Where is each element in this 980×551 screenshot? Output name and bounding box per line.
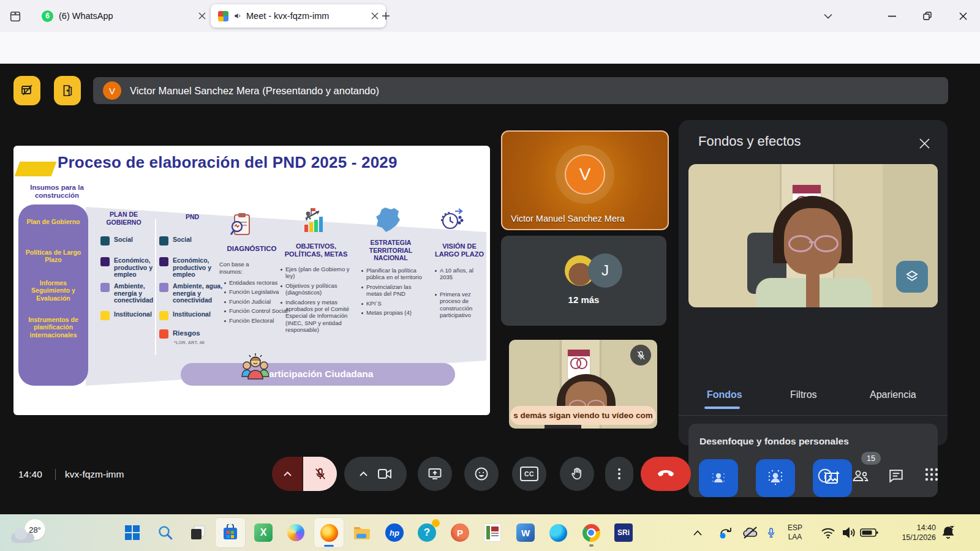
camera-options-button[interactable] xyxy=(360,471,368,476)
screen: 6 (6) WhatsApp Meet - kvx-fqzm-imm xyxy=(0,0,980,551)
mic-toggle-button[interactable] xyxy=(303,457,337,491)
list-all-tabs-icon[interactable] xyxy=(821,10,835,22)
close-panel-icon[interactable] xyxy=(917,136,932,151)
exit-annotation-button[interactable] xyxy=(54,76,81,105)
pnd-item: Ambiente, agua, energía y conectividad xyxy=(173,283,228,304)
microsoft-store-button[interactable] xyxy=(216,518,245,547)
sync-status-icon[interactable] xyxy=(718,514,734,551)
powerpoint-icon: P xyxy=(451,523,469,542)
cloud-icon xyxy=(15,528,27,540)
raise-hand-button[interactable] xyxy=(560,457,594,491)
wifi-icon[interactable] xyxy=(821,514,835,551)
new-tab-button[interactable] xyxy=(379,9,393,23)
tray-overflow-chevron[interactable] xyxy=(693,514,702,551)
video-toast: s demás sigan viendo tu vídeo com xyxy=(510,406,656,425)
tab-fondos[interactable]: Fondos xyxy=(707,389,742,400)
pnd-item: Social xyxy=(173,236,192,244)
excel-button[interactable]: X xyxy=(249,518,278,547)
window-close-button[interactable] xyxy=(954,9,971,23)
mic-options-button[interactable] xyxy=(272,457,303,491)
hand-icon xyxy=(570,467,584,481)
active-tab-underline xyxy=(704,407,740,409)
present-button[interactable] xyxy=(418,457,452,491)
notifications-bell-icon[interactable] xyxy=(941,514,956,551)
word-button[interactable]: W xyxy=(511,518,540,547)
participants-count-badge: 15 xyxy=(861,452,881,465)
tab-whatsapp[interactable]: 6 (6) WhatsApp xyxy=(36,4,212,28)
search-icon xyxy=(157,525,173,541)
reactions-button[interactable] xyxy=(464,457,499,491)
volume-icon[interactable] xyxy=(842,514,856,551)
tab-meet[interactable]: Meet - kvx-fqzm-imm xyxy=(211,4,386,28)
presentation-slide: Proceso de elaboración del PND 2025 - 20… xyxy=(13,146,490,415)
notification-dot xyxy=(432,519,440,527)
plan-item: Ambiente, energía y conectividad xyxy=(114,283,162,304)
battery-icon[interactable] xyxy=(860,514,878,551)
leave-call-button[interactable] xyxy=(641,457,691,491)
annotation-tool-button[interactable] xyxy=(13,76,40,105)
full-blur-button[interactable] xyxy=(756,459,795,497)
camera-group xyxy=(344,457,407,491)
camera-icon xyxy=(377,468,392,480)
search-button[interactable] xyxy=(151,518,180,547)
close-tab-icon[interactable] xyxy=(371,12,379,20)
meeting-code: kvx-fqzm-imm xyxy=(65,469,124,480)
window-restore-button[interactable] xyxy=(919,9,936,23)
language-indicator[interactable]: ESPLAA xyxy=(788,514,802,551)
tab-audio-icon[interactable] xyxy=(233,12,242,20)
panel-title: Fondos y efectos xyxy=(698,133,801,149)
task-view-button[interactable] xyxy=(183,518,213,547)
speaker-tile[interactable]: V Victor Manuel Sanchez Mera xyxy=(501,130,669,230)
chrome-button[interactable] xyxy=(576,518,606,547)
meeting-details-button[interactable] xyxy=(817,468,833,484)
chat-button[interactable] xyxy=(888,468,904,484)
powerpoint-button[interactable]: P xyxy=(445,518,475,547)
diagnostico-intro: Con base a insumos: xyxy=(219,261,263,276)
citizens-icon xyxy=(239,352,271,383)
mic-in-use-icon[interactable] xyxy=(766,514,777,551)
firefox-icon xyxy=(320,524,338,542)
start-button[interactable] xyxy=(118,518,147,547)
diagnostico-header: DIAGNÓSTICO xyxy=(218,245,285,253)
edge-button[interactable] xyxy=(543,518,573,547)
mic-off-icon xyxy=(314,467,327,481)
captions-button[interactable]: CC xyxy=(512,457,546,491)
browser-tabstrip: 6 (6) WhatsApp Meet - kvx-fqzm-imm xyxy=(0,0,980,32)
close-tab-icon[interactable] xyxy=(198,12,206,20)
tab-filtros[interactable]: Filtros xyxy=(790,389,817,400)
help-app-button[interactable]: ? xyxy=(412,518,442,547)
slide-title-flag xyxy=(15,162,57,176)
estrategia-bullets: Planificar la política pública en el ter… xyxy=(361,267,423,318)
firefox-button[interactable] xyxy=(314,518,344,547)
present-screen-icon xyxy=(428,467,442,481)
insumos-item: Informes Seguimiento y Evaluación xyxy=(21,279,85,302)
hp-app-button[interactable]: hp xyxy=(380,518,409,547)
firefox-view-icon[interactable] xyxy=(7,9,23,24)
door-exit-icon xyxy=(61,83,74,98)
tab-title: Meet - kvx-fqzm-imm xyxy=(246,11,329,21)
apps-button[interactable] xyxy=(925,468,938,481)
san-juan-app-button[interactable] xyxy=(478,518,507,547)
overflow-tile[interactable]: J 12 más xyxy=(501,236,666,326)
plan-item: Social xyxy=(114,236,133,244)
insumos-item: Políticas de Largo Plazo xyxy=(21,249,85,264)
effects-layers-button[interactable] xyxy=(896,261,928,293)
weather-widget[interactable]: 28° xyxy=(9,519,51,546)
copilot-button[interactable] xyxy=(281,518,311,547)
window-minimize-button[interactable] xyxy=(883,10,900,22)
onedrive-paused-icon[interactable] xyxy=(742,514,758,551)
participants-button[interactable] xyxy=(851,468,870,484)
sri-app-button[interactable]: SRi xyxy=(609,518,638,547)
participacion-pill: Participación Ciudadana xyxy=(181,363,455,386)
more-options-button[interactable] xyxy=(605,457,633,491)
speaker-avatar: V xyxy=(565,154,605,195)
insumos-panel: Plan de Gobierno Políticas de Largo Plaz… xyxy=(18,204,88,386)
clock-widget[interactable]: 14:4015/1/2026 xyxy=(887,514,936,551)
file-explorer-button[interactable] xyxy=(347,518,376,547)
camera-toggle-button[interactable] xyxy=(377,468,392,480)
self-video-tile[interactable]: s demás sigan viendo tu vídeo com xyxy=(509,340,657,429)
tab-apariencia[interactable]: Apariencia xyxy=(870,389,916,400)
slight-blur-button[interactable] xyxy=(699,459,738,497)
chat-icon xyxy=(888,468,904,484)
hp-icon: hp xyxy=(385,523,404,542)
